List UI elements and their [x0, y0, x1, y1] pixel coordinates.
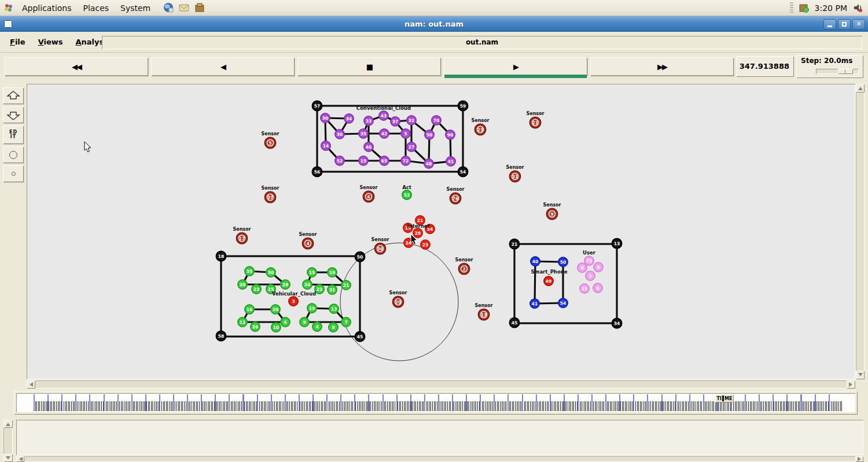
- panel-menus: ApplicationsPlacesSystem: [16, 1, 156, 15]
- menu-file[interactable]: File: [3, 35, 32, 49]
- node-label: 19: [329, 270, 335, 275]
- annotation-listbox[interactable]: [16, 420, 863, 455]
- scroll-up-icon[interactable]: [856, 84, 865, 93]
- node-label: 31: [512, 174, 518, 179]
- node-label: 36: [337, 132, 343, 137]
- node-label: 54: [460, 169, 466, 175]
- node-label: 50: [426, 132, 432, 138]
- sensor-caption: Sensor: [455, 257, 473, 263]
- node-label: 29: [273, 307, 278, 312]
- node-label: 16: [247, 307, 252, 312]
- annotation-horizontal-scrollbar[interactable]: [16, 456, 863, 462]
- scroll-left-icon[interactable]: [27, 380, 35, 389]
- select-circle-button[interactable]: [3, 146, 24, 163]
- scroll-left-icon[interactable]: [16, 456, 24, 462]
- node-label: 35: [247, 269, 252, 274]
- fast-forward-button[interactable]: ▶▶: [590, 57, 734, 76]
- arrow-up-icon: [6, 90, 21, 102]
- main-area: EDIT 57595654185058452113453430343343373…: [0, 80, 868, 390]
- node-label: 27: [409, 145, 414, 150]
- node-label: 34: [614, 321, 620, 326]
- panel-menu-system[interactable]: System: [115, 1, 156, 15]
- package-icon[interactable]: [194, 2, 205, 13]
- node-label: 28: [415, 231, 421, 236]
- node-label: 13: [331, 306, 337, 312]
- mouse-cursor: [84, 142, 91, 152]
- distro-logo-icon[interactable]: [3, 3, 14, 13]
- cluster-caption: Smart_Phone: [531, 269, 567, 275]
- arrow-down-icon: [6, 109, 21, 121]
- link: [307, 284, 346, 285]
- rewind-button[interactable]: ◀◀: [5, 57, 148, 76]
- sensor-caption: Sensor: [471, 118, 489, 123]
- node-label: 2: [462, 267, 465, 272]
- zoom-point-button[interactable]: [3, 165, 24, 182]
- cluster-boundary: [514, 244, 617, 323]
- node-label: 8: [580, 265, 583, 271]
- software-update-icon[interactable]: [799, 2, 810, 13]
- node-label: 2: [589, 273, 591, 279]
- transport-controls: ◀◀◀■▶▶▶: [5, 57, 734, 76]
- node-label: 56: [314, 169, 320, 175]
- scroll-up-icon[interactable]: [3, 420, 13, 428]
- scroll-right-icon[interactable]: [847, 380, 855, 389]
- node-label: 15: [582, 286, 587, 291]
- cluster-caption: Act: [402, 184, 411, 190]
- node-label: 23: [253, 287, 259, 292]
- cluster-caption: Vehicular_Cloud: [272, 291, 316, 297]
- step-back-button[interactable]: ◀: [151, 57, 295, 76]
- raise-tool-button[interactable]: [3, 87, 24, 104]
- node-label: 34: [346, 116, 352, 121]
- clock[interactable]: 3:20 PM: [815, 3, 847, 13]
- node-label: 7: [344, 320, 347, 325]
- browser-icon[interactable]: [163, 2, 174, 13]
- scroll-right-icon[interactable]: [855, 456, 863, 462]
- step-slider[interactable]: [816, 69, 859, 74]
- stop-button[interactable]: ■: [297, 57, 441, 76]
- sensor-caption: Sensor: [446, 187, 464, 192]
- node-label: 4: [315, 324, 318, 330]
- node-label: 33: [366, 119, 372, 124]
- scroll-down-icon[interactable]: [856, 371, 865, 379]
- node-label: 5: [404, 131, 407, 136]
- circle-large-icon: [9, 151, 17, 159]
- node-label: 15: [309, 270, 315, 275]
- gnome-panel: ApplicationsPlacesSystem: [0, 0, 868, 16]
- panel-menu-applications[interactable]: Applications: [16, 1, 78, 15]
- scroll-down-icon[interactable]: [3, 454, 13, 462]
- edit-tool-button[interactable]: EDIT: [3, 125, 24, 144]
- node-label: 3: [292, 299, 295, 304]
- menu-views[interactable]: Views: [32, 35, 69, 49]
- titlebar[interactable]: nam: out.nam ✕: [0, 16, 868, 32]
- node-label: 32: [409, 118, 414, 123]
- node-label: 90: [447, 132, 453, 138]
- cluster-caption: User: [583, 250, 596, 256]
- panel-menu-places[interactable]: Places: [78, 1, 115, 15]
- node-label: 22: [317, 287, 322, 292]
- timeline-panel[interactable]: TIME: [14, 391, 858, 415]
- node-label: 13: [614, 241, 620, 246]
- volume-icon[interactable]: [852, 2, 863, 13]
- tool-palette: EDIT: [3, 87, 24, 182]
- timeline-track[interactable]: TIME: [16, 393, 855, 412]
- timeline-time-marker[interactable]: TIME: [715, 394, 734, 402]
- node-label: 21: [532, 120, 538, 125]
- canvas-horizontal-scrollbar[interactable]: [27, 380, 855, 389]
- node-label: 46: [366, 145, 372, 150]
- node-label: 72: [403, 158, 409, 164]
- email-icon[interactable]: [179, 2, 190, 13]
- network-canvas[interactable]: 5759565418505845211345343034334337327036…: [27, 84, 855, 379]
- menubar: FileViewsAnalysis out.nam: [0, 32, 868, 53]
- node-label: 65: [381, 158, 387, 164]
- lower-tool-button[interactable]: [3, 106, 24, 123]
- step-box: Step: 20.0ms: [796, 55, 863, 78]
- node-label: 76: [453, 196, 458, 201]
- step-slider-thumb[interactable]: [838, 69, 853, 74]
- canvas-vertical-scrollbar[interactable]: [856, 84, 865, 379]
- node-label: 4: [306, 241, 309, 246]
- sensor-caption: Sensor: [371, 237, 389, 242]
- node-label: 6: [367, 194, 370, 199]
- cluster-caption: Internet: [407, 223, 429, 229]
- sensor-caption: Sensor: [543, 202, 561, 208]
- play-button[interactable]: ▶: [444, 57, 587, 76]
